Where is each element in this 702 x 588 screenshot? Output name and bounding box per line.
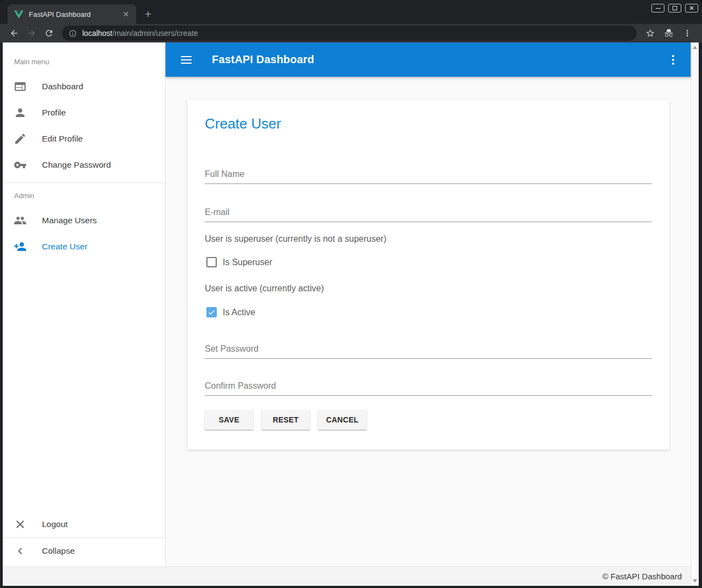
new-tab-button[interactable]: + <box>141 7 156 22</box>
page-viewport: Main menu Dashboard Profile Edit Profile <box>3 42 699 586</box>
sidebar-section-admin: Admin <box>3 183 165 207</box>
reload-icon <box>44 28 54 38</box>
page-scrollbar[interactable] <box>691 42 699 586</box>
app-toolbar: FastAPI Dashboard <box>166 42 691 77</box>
main-area: FastAPI Dashboard Create User Full Name … <box>166 42 691 566</box>
sidebar-item-label: Edit Profile <box>42 134 83 144</box>
url-path: /main/admin/users/create <box>112 29 198 38</box>
save-button[interactable]: SAVE <box>205 410 253 430</box>
minimize-icon <box>656 8 661 9</box>
tab-strip: FastAPI Dashboard ✕ + ✕ <box>0 0 702 24</box>
is-superuser-checkbox-row[interactable]: Is Superuser <box>205 257 652 267</box>
checkbox-checked-icon[interactable] <box>206 307 217 317</box>
sidebar-section-main-menu: Main menu <box>3 42 165 74</box>
forward-button[interactable] <box>25 26 39 40</box>
content-area: Create User Full Name E-mail User is sup… <box>166 77 691 566</box>
is-active-checkbox-row[interactable]: Is Active <box>205 307 652 317</box>
maximize-icon <box>673 6 677 10</box>
person-icon <box>14 106 27 119</box>
browser-tab[interactable]: FastAPI Dashboard ✕ <box>8 4 136 24</box>
person-add-icon <box>14 240 27 253</box>
confirm-password-label: Confirm Password <box>205 381 652 391</box>
sidebar-item-edit-profile[interactable]: Edit Profile <box>3 126 165 152</box>
star-icon <box>645 28 655 38</box>
sidebar-item-collapse[interactable]: Collapse <box>3 538 165 564</box>
dashboard-icon <box>14 80 27 93</box>
tab-close-icon[interactable]: ✕ <box>121 9 131 19</box>
chevron-left-icon <box>14 544 27 558</box>
sidebar-item-label: Manage Users <box>42 216 97 225</box>
footer-copyright: © FastAPI Dashboard <box>602 572 682 581</box>
vue-logo-icon <box>14 10 23 19</box>
superuser-status-note: User is superuser (currently is not a su… <box>205 234 652 244</box>
app-title: FastAPI Dashboard <box>212 53 314 66</box>
sidebar: Main menu Dashboard Profile Edit Profile <box>3 42 166 566</box>
tab-title: FastAPI Dashboard <box>29 10 121 19</box>
window-controls: ✕ <box>651 4 698 13</box>
sidebar-item-label: Dashboard <box>42 82 83 91</box>
close-x-icon <box>14 518 27 531</box>
browser-toolbar: localhost/main/admin/users/create <box>0 24 702 42</box>
app-footer: © FastAPI Dashboard <box>3 566 691 586</box>
kebab-menu-icon <box>682 28 692 38</box>
key-icon <box>14 158 27 171</box>
sidebar-item-label: Profile <box>42 108 66 118</box>
bookmark-button[interactable] <box>643 26 657 40</box>
address-bar[interactable]: localhost/main/admin/users/create <box>62 26 637 41</box>
confirm-password-field[interactable]: Confirm Password <box>205 381 652 396</box>
hamburger-menu-icon[interactable] <box>181 56 192 64</box>
forward-arrow-icon <box>27 28 36 38</box>
email-field[interactable]: E-mail <box>205 207 652 222</box>
incognito-icon <box>664 28 674 38</box>
pencil-icon <box>14 132 27 145</box>
active-status-note: User is active (currently active) <box>205 284 652 293</box>
close-icon: ✕ <box>689 5 694 11</box>
appbar-menu-button[interactable] <box>670 53 676 67</box>
is-active-label: Is Active <box>223 308 255 317</box>
sidebar-item-change-password[interactable]: Change Password <box>3 152 165 178</box>
minimize-button[interactable] <box>651 4 664 13</box>
reload-button[interactable] <box>42 26 56 40</box>
back-arrow-icon <box>9 28 19 38</box>
incognito-indicator <box>662 26 676 40</box>
close-button[interactable]: ✕ <box>685 4 698 13</box>
is-superuser-label: Is Superuser <box>223 258 272 267</box>
back-button[interactable] <box>7 26 21 40</box>
page-info-icon[interactable] <box>69 29 77 38</box>
url-host: localhost <box>82 29 112 38</box>
sidebar-item-logout[interactable]: Logout <box>3 511 165 537</box>
full-name-label: Full Name <box>205 169 652 179</box>
url-text: localhost/main/admin/users/create <box>82 29 198 38</box>
sidebar-item-label: Change Password <box>42 160 111 170</box>
browser-menu-button[interactable] <box>680 26 694 40</box>
set-password-field[interactable]: Set Password <box>205 344 652 359</box>
sidebar-item-dashboard[interactable]: Dashboard <box>3 74 165 100</box>
form-actions: SAVE RESET CANCEL <box>205 410 652 430</box>
sidebar-item-label: Create User <box>42 242 88 252</box>
maximize-button[interactable] <box>668 4 681 13</box>
reset-button[interactable]: RESET <box>261 410 310 430</box>
sidebar-item-create-user[interactable]: Create User <box>3 234 165 260</box>
full-name-field[interactable]: Full Name <box>205 169 652 184</box>
sidebar-item-manage-users[interactable]: Manage Users <box>3 207 165 234</box>
checkbox-unchecked-icon[interactable] <box>206 257 217 267</box>
browser-window: FastAPI Dashboard ✕ + ✕ localhost/main/a… <box>0 0 702 588</box>
sidebar-item-label: Logout <box>42 519 68 529</box>
email-label: E-mail <box>205 207 652 217</box>
cancel-button[interactable]: CANCEL <box>318 410 367 430</box>
sidebar-item-label: Collapse <box>42 546 75 556</box>
scroll-down-arrow-icon[interactable] <box>693 579 697 583</box>
sidebar-item-profile[interactable]: Profile <box>3 100 165 126</box>
page-title: Create User <box>205 115 652 132</box>
set-password-label: Set Password <box>205 344 652 354</box>
create-user-card: Create User Full Name E-mail User is sup… <box>187 100 669 450</box>
people-icon <box>14 214 27 227</box>
window-frame-bottom <box>0 586 702 588</box>
scroll-up-arrow-icon[interactable] <box>693 46 697 49</box>
